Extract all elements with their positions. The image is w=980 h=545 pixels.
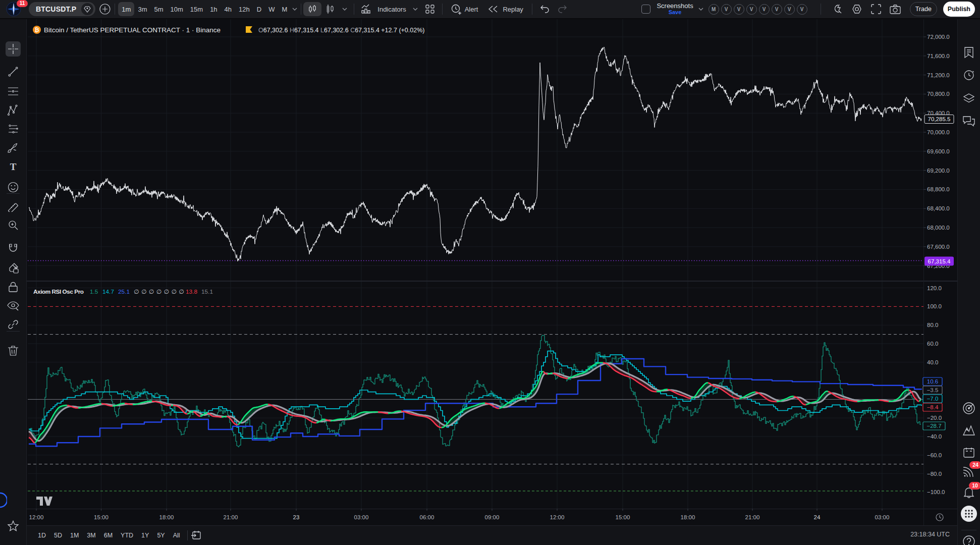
svg-text:15:00: 15:00 xyxy=(94,514,108,520)
svg-text:21:00: 21:00 xyxy=(224,514,238,520)
svg-text:−40.0: −40.0 xyxy=(927,433,942,440)
svg-text:15:00: 15:00 xyxy=(616,514,630,520)
svg-text:68,800.0: 68,800.0 xyxy=(927,186,950,192)
svg-text:80.0: 80.0 xyxy=(927,322,938,328)
svg-text:−80.0: −80.0 xyxy=(927,471,942,477)
svg-text:67,315.4: 67,315.4 xyxy=(928,258,951,264)
svg-text:70,000.0: 70,000.0 xyxy=(927,129,950,135)
svg-text:23: 23 xyxy=(293,514,300,520)
svg-text:1.5: 1.5 xyxy=(90,288,98,295)
svg-text:25.1: 25.1 xyxy=(118,288,130,295)
svg-text:−7.0: −7.0 xyxy=(927,396,939,402)
svg-text:O67,302.6 H67,315.4 L67,302.6: O67,302.6 H67,315.4 L67,302.6 C67,315.4 … xyxy=(258,27,424,34)
svg-text:18:00: 18:00 xyxy=(159,514,174,520)
svg-text:−3.5: −3.5 xyxy=(927,387,939,393)
svg-text:67,600.0: 67,600.0 xyxy=(927,244,950,250)
svg-text:06:00: 06:00 xyxy=(420,514,434,520)
svg-text:100.0: 100.0 xyxy=(927,303,942,309)
svg-text:−100.0: −100.0 xyxy=(927,489,945,495)
svg-text:70,285.5: 70,285.5 xyxy=(928,116,951,122)
svg-text:60.0: 60.0 xyxy=(927,341,938,347)
svg-text:∅∅∅∅∅∅∅: ∅∅∅∅∅∅∅ xyxy=(134,288,186,295)
svg-text:68,000.0: 68,000.0 xyxy=(927,225,950,231)
svg-text:40.0: 40.0 xyxy=(927,359,938,365)
svg-text:15.1: 15.1 xyxy=(201,288,213,295)
svg-text:−28.7: −28.7 xyxy=(927,423,941,429)
svg-text:−8.4: −8.4 xyxy=(927,404,939,410)
svg-text:03:00: 03:00 xyxy=(354,514,369,520)
svg-text:Axiom RSI Osc Pro: Axiom RSI Osc Pro xyxy=(33,288,84,295)
svg-text:12:00: 12:00 xyxy=(550,514,565,520)
svg-text:18:00: 18:00 xyxy=(681,514,695,520)
svg-text:10.6: 10.6 xyxy=(927,378,938,385)
svg-text:₿: ₿ xyxy=(35,27,39,33)
svg-text:−60.0: −60.0 xyxy=(927,452,942,458)
svg-text:03:00: 03:00 xyxy=(875,514,890,520)
svg-text:12:00: 12:00 xyxy=(29,514,44,520)
svg-text:13.8: 13.8 xyxy=(186,288,197,295)
svg-text:69,200.0: 69,200.0 xyxy=(927,168,950,174)
svg-text:−20.0: −20.0 xyxy=(927,415,942,421)
svg-text:24: 24 xyxy=(814,514,821,520)
svg-text:120.0: 120.0 xyxy=(927,285,942,291)
svg-text:71,200.0: 71,200.0 xyxy=(927,72,950,78)
svg-text:14.7: 14.7 xyxy=(102,288,114,295)
svg-text:70,800.0: 70,800.0 xyxy=(927,91,950,97)
svg-text:71,600.0: 71,600.0 xyxy=(927,53,950,59)
svg-text:72,000.0: 72,000.0 xyxy=(927,34,950,40)
svg-text:68,400.0: 68,400.0 xyxy=(927,205,950,211)
svg-text:69,600.0: 69,600.0 xyxy=(927,148,950,154)
svg-text:Bitcoin / TetherUS PERPETUAL C: Bitcoin / TetherUS PERPETUAL CONTRACT · … xyxy=(44,26,221,34)
svg-text:09:00: 09:00 xyxy=(485,514,500,520)
svg-text:21:00: 21:00 xyxy=(745,514,760,520)
